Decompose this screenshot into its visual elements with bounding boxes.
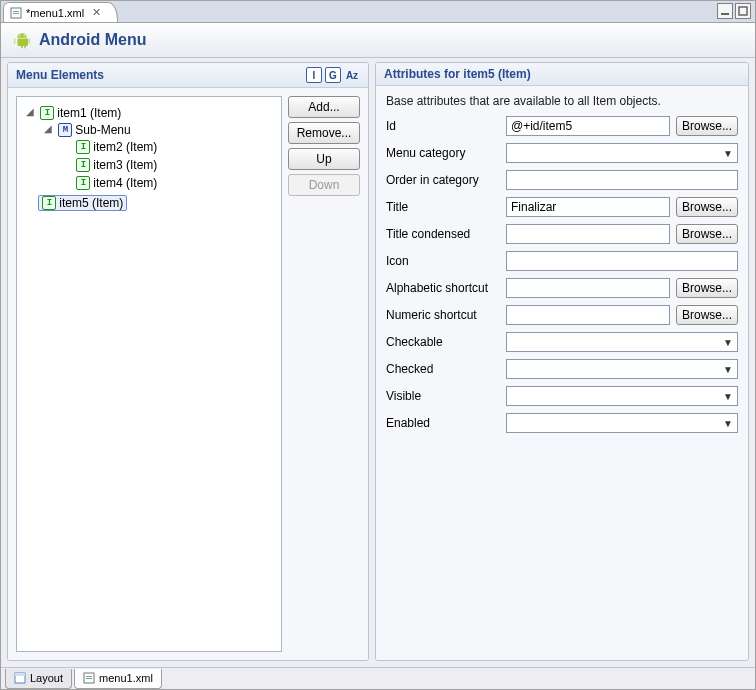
add-button[interactable]: Add... (288, 96, 360, 118)
item-icon: I (76, 140, 90, 154)
svg-rect-1 (13, 11, 19, 12)
tree-label: Sub-Menu (75, 123, 130, 137)
bottom-tab-bar: Layout menu1.xml (1, 667, 755, 689)
source-tab[interactable]: menu1.xml (74, 669, 162, 689)
svg-rect-10 (86, 676, 92, 677)
xml-file-icon (10, 7, 22, 19)
label-id: Id (386, 119, 500, 133)
browse-num-shortcut-button[interactable]: Browse... (676, 305, 738, 325)
browse-title-condensed-button[interactable]: Browse... (676, 224, 738, 244)
label-alpha-shortcut: Alphabetic shortcut (386, 281, 500, 295)
layout-tab-label: Layout (30, 672, 63, 684)
input-order-category[interactable] (506, 170, 738, 190)
source-tab-label: menu1.xml (99, 672, 153, 684)
label-title-condensed: Title condensed (386, 227, 500, 241)
input-title[interactable] (506, 197, 670, 217)
xml-file-icon (83, 672, 95, 684)
tree-label: item3 (Item) (93, 158, 157, 172)
chevron-down-icon: ▼ (723, 337, 733, 348)
label-enabled: Enabled (386, 416, 500, 430)
menu-elements-panel: Menu Elements I G Az ◢ I (7, 62, 369, 661)
menu-elements-title: Menu Elements (16, 68, 104, 82)
expand-toggle-icon[interactable]: ◢ (43, 123, 53, 134)
svg-rect-2 (13, 13, 19, 14)
page-title: Android Menu (39, 31, 147, 49)
file-tab[interactable]: *menu1.xml ✕ (3, 2, 118, 22)
browse-alpha-shortcut-button[interactable]: Browse... (676, 278, 738, 298)
up-button[interactable]: Up (288, 148, 360, 170)
input-alpha-shortcut[interactable] (506, 278, 670, 298)
label-visible: Visible (386, 389, 500, 403)
chevron-down-icon: ▼ (723, 418, 733, 429)
maximize-view-button[interactable] (735, 3, 751, 19)
input-num-shortcut[interactable] (506, 305, 670, 325)
item-icon: I (76, 158, 90, 172)
tree-label: item5 (Item) (59, 196, 123, 210)
input-title-condensed[interactable] (506, 224, 670, 244)
tree-label: item1 (Item) (57, 106, 121, 120)
attributes-header: Attributes for item5 (Item) (376, 63, 748, 86)
svg-rect-11 (86, 678, 92, 679)
svg-rect-4 (739, 7, 747, 15)
tool-g-icon[interactable]: G (325, 67, 341, 83)
chevron-down-icon: ▼ (723, 148, 733, 159)
select-checkable[interactable]: ▼ (506, 332, 738, 352)
tool-az-icon[interactable]: Az (344, 67, 360, 83)
browse-id-button[interactable]: Browse... (676, 116, 738, 136)
main-area: Menu Elements I G Az ◢ I (1, 58, 755, 667)
label-order-category: Order in category (386, 173, 500, 187)
chevron-down-icon: ▼ (723, 391, 733, 402)
page-header: Android Menu (1, 23, 755, 58)
browse-title-button[interactable]: Browse... (676, 197, 738, 217)
layout-tab[interactable]: Layout (5, 669, 72, 689)
svg-point-5 (19, 35, 21, 37)
select-menu-category[interactable]: ▼ (506, 143, 738, 163)
menu-icon: M (58, 123, 72, 137)
item-icon: I (42, 196, 56, 210)
label-checked: Checked (386, 362, 500, 376)
chevron-down-icon: ▼ (723, 364, 733, 375)
select-visible[interactable]: ▼ (506, 386, 738, 406)
label-checkable: Checkable (386, 335, 500, 349)
menu-elements-header: Menu Elements I G Az (8, 63, 368, 88)
tool-i-icon[interactable]: I (306, 67, 322, 83)
tree-label: item2 (Item) (93, 140, 157, 154)
attributes-panel: Attributes for item5 (Item) Base attribu… (375, 62, 749, 661)
editor-window: *menu1.xml ✕ Android Menu Menu Elements … (0, 0, 756, 690)
attributes-title: Attributes for item5 (Item) (384, 67, 531, 81)
remove-button[interactable]: Remove... (288, 122, 360, 144)
input-icon[interactable] (506, 251, 738, 271)
label-title: Title (386, 200, 500, 214)
expand-toggle-icon[interactable]: ◢ (25, 106, 35, 117)
tree-label: item4 (Item) (93, 176, 157, 190)
tree-item-item3[interactable]: I item3 (Item) (74, 158, 159, 172)
tree-item-item1[interactable]: I item1 (Item) (38, 106, 123, 120)
close-tab-icon[interactable]: ✕ (92, 6, 101, 19)
top-tab-bar: *menu1.xml ✕ (1, 1, 755, 23)
tree-item-item5[interactable]: I item5 (Item) (38, 195, 127, 211)
item-icon: I (76, 176, 90, 190)
attributes-description: Base attributes that are available to al… (386, 94, 738, 108)
input-id[interactable] (506, 116, 670, 136)
svg-rect-8 (15, 673, 25, 676)
svg-point-6 (24, 35, 26, 37)
select-enabled[interactable]: ▼ (506, 413, 738, 433)
svg-rect-3 (721, 13, 729, 15)
select-checked[interactable]: ▼ (506, 359, 738, 379)
file-tab-label: *menu1.xml (26, 7, 84, 19)
tree-item-item4[interactable]: I item4 (Item) (74, 176, 159, 190)
tree-item-item2[interactable]: I item2 (Item) (74, 140, 159, 154)
minimize-view-button[interactable] (717, 3, 733, 19)
label-menu-category: Menu category (386, 146, 500, 160)
label-icon: Icon (386, 254, 500, 268)
label-num-shortcut: Numeric shortcut (386, 308, 500, 322)
down-button: Down (288, 174, 360, 196)
android-icon (13, 31, 31, 49)
item-icon: I (40, 106, 54, 120)
tree-item-submenu[interactable]: M Sub-Menu (56, 123, 132, 137)
tree-view[interactable]: ◢ I item1 (Item) ◢ M (16, 96, 282, 652)
layout-tab-icon (14, 672, 26, 684)
